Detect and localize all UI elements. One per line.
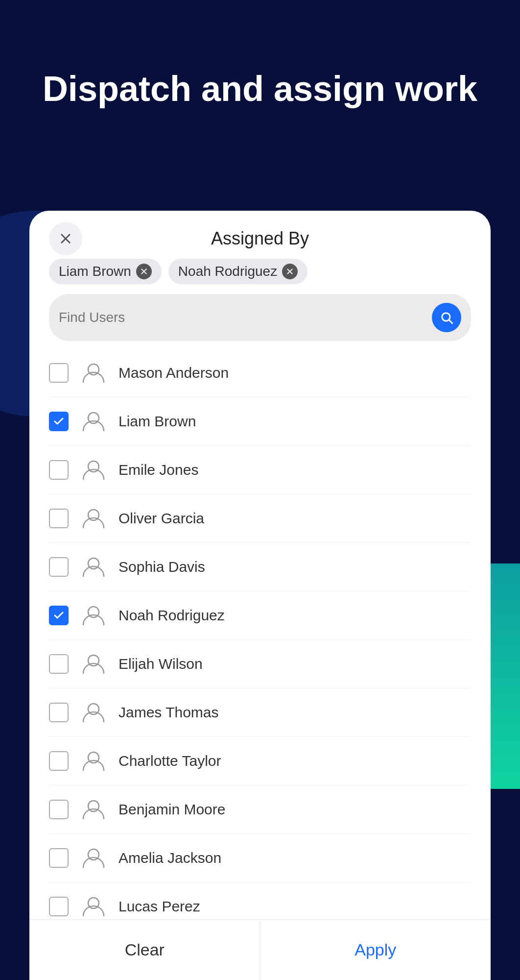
user-item-lucas-perez[interactable]: Lucas Perez bbox=[49, 882, 471, 919]
tag-label: Liam Brown bbox=[59, 264, 131, 279]
checkbox-emile-jones bbox=[49, 460, 69, 480]
close-button[interactable] bbox=[49, 222, 82, 255]
user-item-liam-brown[interactable]: Liam Brown bbox=[49, 397, 471, 446]
checkbox-elijah-wilson bbox=[49, 654, 69, 674]
user-item-oliver-garcia[interactable]: Oliver Garcia bbox=[49, 494, 471, 543]
tag-noah-rodriguez: Noah Rodriguez bbox=[168, 259, 307, 284]
checkbox-lucas-perez bbox=[49, 897, 69, 916]
tag-liam-brown: Liam Brown bbox=[49, 259, 162, 284]
checkbox-liam-brown bbox=[49, 412, 69, 431]
checkbox-amelia-jackson bbox=[49, 848, 69, 868]
avatar-amelia-jackson bbox=[80, 845, 107, 871]
user-name-noah-rodriguez: Noah Rodriguez bbox=[118, 607, 225, 624]
user-name-benjamin-moore: Benjamin Moore bbox=[118, 801, 225, 818]
user-item-emile-jones[interactable]: Emile Jones bbox=[49, 446, 471, 494]
svg-line-7 bbox=[449, 320, 452, 323]
search-icon bbox=[440, 311, 453, 324]
avatar-elijah-wilson bbox=[80, 651, 107, 677]
user-name-emile-jones: Emile Jones bbox=[118, 462, 198, 478]
user-item-charlotte-taylor[interactable]: Charlotte Taylor bbox=[49, 737, 471, 785]
avatar-mason-anderson bbox=[80, 360, 107, 386]
user-item-mason-anderson[interactable]: Mason Anderson bbox=[49, 349, 471, 397]
user-item-benjamin-moore[interactable]: Benjamin Moore bbox=[49, 785, 471, 834]
user-name-lucas-perez: Lucas Perez bbox=[118, 898, 200, 915]
user-name-oliver-garcia: Oliver Garcia bbox=[118, 510, 204, 527]
avatar-liam-brown bbox=[80, 408, 107, 435]
checkbox-noah-rodriguez bbox=[49, 606, 69, 625]
page-title: Dispatch and assign work bbox=[0, 69, 520, 109]
avatar-benjamin-moore bbox=[80, 796, 107, 823]
search-input[interactable] bbox=[59, 310, 426, 325]
modal: Assigned By Liam Brown Noah Rodriguez bbox=[29, 211, 491, 980]
search-button[interactable] bbox=[432, 303, 461, 332]
tag-remove-liam-brown[interactable] bbox=[136, 264, 152, 279]
checkbox-mason-anderson bbox=[49, 363, 69, 383]
checkbox-oliver-garcia bbox=[49, 509, 69, 528]
user-name-amelia-jackson: Amelia Jackson bbox=[118, 850, 221, 866]
user-name-charlotte-taylor: Charlotte Taylor bbox=[118, 753, 221, 769]
checkbox-james-thomas bbox=[49, 703, 69, 722]
user-item-elijah-wilson[interactable]: Elijah Wilson bbox=[49, 640, 471, 688]
avatar-sophia-davis bbox=[80, 554, 107, 580]
user-name-elijah-wilson: Elijah Wilson bbox=[118, 656, 203, 672]
close-icon bbox=[59, 232, 72, 245]
avatar-charlotte-taylor bbox=[80, 748, 107, 774]
checkbox-sophia-davis bbox=[49, 557, 69, 577]
user-item-amelia-jackson[interactable]: Amelia Jackson bbox=[49, 834, 471, 882]
apply-button[interactable]: Apply bbox=[260, 920, 491, 980]
clear-button[interactable]: Clear bbox=[29, 920, 260, 980]
avatar-emile-jones bbox=[80, 457, 107, 483]
user-name-sophia-davis: Sophia Davis bbox=[118, 559, 205, 575]
avatar-lucas-perez bbox=[80, 893, 107, 919]
modal-header: Assigned By bbox=[29, 211, 491, 259]
modal-title: Assigned By bbox=[211, 228, 309, 249]
selected-tags-container: Liam Brown Noah Rodriguez bbox=[29, 259, 491, 294]
avatar-james-thomas bbox=[80, 699, 107, 726]
user-list: Mason Anderson Liam Brown Em bbox=[29, 349, 491, 919]
modal-footer: Clear Apply bbox=[29, 919, 491, 980]
tag-remove-noah-rodriguez[interactable] bbox=[282, 264, 298, 279]
search-bar bbox=[49, 294, 471, 341]
user-name-james-thomas: James Thomas bbox=[118, 704, 219, 721]
checkbox-benjamin-moore bbox=[49, 800, 69, 819]
tag-label: Noah Rodriguez bbox=[178, 264, 277, 279]
avatar-oliver-garcia bbox=[80, 505, 107, 532]
avatar-noah-rodriguez bbox=[80, 602, 107, 629]
user-name-liam-brown: Liam Brown bbox=[118, 413, 196, 430]
user-item-james-thomas[interactable]: James Thomas bbox=[49, 688, 471, 737]
user-item-noah-rodriguez[interactable]: Noah Rodriguez bbox=[49, 591, 471, 640]
user-name-mason-anderson: Mason Anderson bbox=[118, 365, 229, 381]
checkbox-charlotte-taylor bbox=[49, 751, 69, 771]
user-item-sophia-davis[interactable]: Sophia Davis bbox=[49, 543, 471, 591]
